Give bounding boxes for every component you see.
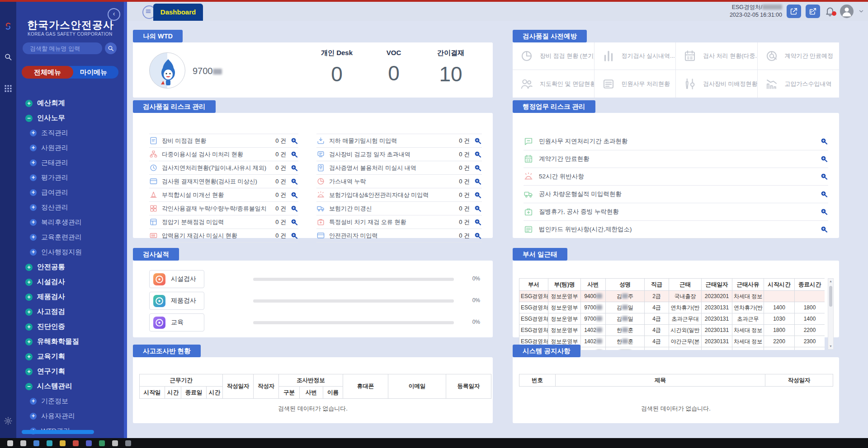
risk-row[interactable]: 검사증명서 불용처리 미실시 내역0 건 [316,161,482,175]
sidebar-item-시설검사[interactable]: +시설검사 [16,275,124,289]
open-multi-window-button[interactable] [806,5,820,18]
menu-search-button[interactable] [105,42,117,54]
table-row[interactable]: ESG경영처정보운영부9700김일4급연차휴가(반20230131연차휴가(반1… [519,302,825,313]
magnifier-button[interactable] [290,218,298,226]
risk-row[interactable]: 안전관리자 미입력0 건 [316,229,482,243]
sidebar-item-예산회계[interactable]: +예산회계 [16,96,124,111]
risk-row[interactable]: 지하 매몰기밀시험 미입력0 건 [316,134,482,148]
taskbar-app-icon[interactable] [112,440,118,446]
search-icon[interactable] [4,52,13,61]
prevention-cell-장비 점검 현황 (분기)[interactable]: 장비 점검 현황 (분기) [513,42,594,70]
sidebar-item-기준정보[interactable]: +기준정보 [16,394,124,409]
sidebar-item-진단인증[interactable]: +진단인증 [16,319,124,334]
scroll-up-arrow[interactable]: ▲ [828,279,833,284]
risk-row[interactable]: 정압기 분해점검 미입력0 건 [149,215,298,229]
sidebar-item-사고점검[interactable]: +사고점검 [16,304,124,319]
magnifier-button[interactable] [474,177,482,186]
sidebar-item-사용자관리[interactable]: +사용자관리 [16,409,124,424]
magnifier-button[interactable] [474,218,482,226]
risk-row[interactable]: 가스내역 누락0 건 [316,175,482,188]
magnifier-button[interactable] [820,155,828,163]
attendance-scrollbar[interactable]: ▲ ▼ [828,278,834,350]
magnifier-button[interactable] [290,191,298,199]
menu-search-input[interactable] [29,45,99,52]
magnifier-button[interactable] [290,150,298,159]
magnifier-button[interactable] [820,190,828,198]
magnifier-button[interactable] [290,137,298,145]
magnifier-button[interactable] [820,208,828,216]
sidebar-item-안전공통[interactable]: +안전공통 [16,260,124,275]
taskbar-app-icon[interactable] [33,440,39,446]
sidebar-item-유해화학물질[interactable]: +유해화학물질 [16,334,124,349]
sidebar-item-교육기획[interactable]: +교육기획 [16,349,124,364]
magnifier-button[interactable] [474,232,482,240]
taskbar-app-icon[interactable] [20,440,26,446]
taskbar-app-icon[interactable] [47,440,52,446]
risk-row[interactable]: 검사원 결재지연현황(검사표 미상신)0 건 [149,175,298,188]
magnifier-button[interactable] [290,205,298,213]
tab-my-menu[interactable]: 마이메뉴 [69,66,118,79]
tab-dashboard[interactable]: Dashboard [153,4,203,21]
taskbar-app-icon[interactable] [7,440,13,446]
risk-row[interactable]: 보험가입대상&안전관리자대상 미입력0 건 [316,188,482,202]
sidebar-item-정산관리[interactable]: +정산관리 [16,200,124,215]
magnifier-button[interactable] [290,164,298,172]
open-window-button[interactable] [787,5,801,18]
magnifier-button[interactable] [820,173,828,181]
risk-row[interactable]: 압력용기 재검사 미실시 현황0 건 [149,229,298,243]
admin-risk-row[interactable]: 법인카드 위반사항(시간,제한업소) [524,221,828,238]
magnifier-button[interactable] [290,177,298,186]
prevention-cell-검사장비 미배정현황[interactable]: 검사장비 미배정현황 [676,70,758,98]
admin-risk-row[interactable]: 민원사무 지연처리기간 초과현황 [524,133,828,150]
table-row[interactable]: ESG경영처정보운영부1402한훈4급시간외(일반20230131차세대 정보1… [519,325,825,336]
risk-row[interactable]: 검사장비 검교정 일자 초과내역0 건 [316,148,482,161]
sidebar-item-복리후생관리[interactable]: +복리후생관리 [16,215,124,230]
tab-all-menu[interactable]: 전체메뉴 [22,66,73,79]
prevention-cell-고압가스수입내역[interactable]: 고압가스수입내역 [758,70,840,98]
risk-row[interactable]: 검사지연처리현황(7일이내,사유시 제외)0 건 [149,161,298,175]
prevention-cell-계약기간 만료예정[interactable]: 계약기간 만료예정 [758,42,840,70]
magnifier-button[interactable] [820,137,828,145]
scrollbar-thumb[interactable] [829,286,832,307]
taskbar-app-icon[interactable] [86,440,92,446]
risk-row[interactable]: 부적합시설 미개선 현황0 건 [149,188,298,202]
risk-row[interactable]: 장비 미점검 현황0 건 [149,134,298,148]
taskbar-app-icon[interactable] [73,440,79,446]
magnifier-button[interactable] [474,150,482,159]
magnifier-button[interactable] [474,205,482,213]
risk-row[interactable]: 보험기간 미갱신0 건 [316,202,482,215]
gear-icon[interactable] [4,416,13,425]
admin-risk-row[interactable]: 계약기간 만료현황 [524,150,828,168]
taskbar-app-icon[interactable] [125,440,131,446]
sidebar-item-평가관리[interactable]: +평가관리 [16,170,124,185]
taskbar-app-icon[interactable] [99,440,105,446]
sidebar-item-교육훈련관리[interactable]: +교육훈련관리 [16,230,124,245]
risk-row[interactable]: 특정설비 차기 재검 오류 현황0 건 [316,215,482,229]
sidebar-item-인사노무[interactable]: −인사노무 [16,111,124,126]
sidebar-item-연구기획[interactable]: +연구기획 [16,364,124,379]
risk-row[interactable]: 각인사용결재 누락/수량누락/종류불일치0 건 [149,202,298,215]
sidebar-scrollbar[interactable] [22,430,94,434]
sidebar-item-제품검사[interactable]: +제품검사 [16,289,124,304]
table-row[interactable]: ESG경영처정보운영부9700김일4급초과근무대20230131초과근무1030… [519,313,825,325]
magnifier-button[interactable] [290,232,298,240]
prevention-cell-검사 처리 현황(다중...[interactable]: 검사 처리 현황(다중... [676,42,758,70]
sidebar-item-조직관리[interactable]: +조직관리 [16,126,124,140]
sidebar-item-인사행정지원[interactable]: +인사행정지원 [16,245,124,260]
prevention-cell-정기검사 실시내역...[interactable]: 정기검사 실시내역... [594,42,676,70]
risk-row[interactable]: 다중이용시설 검사 미처리 현황0 건 [149,148,298,161]
admin-risk-row[interactable]: 공사 차량운행실적 미입력현황 [524,186,828,203]
performance-button-제품검사[interactable]: 제품검사 [149,292,204,310]
magnifier-button[interactable] [474,164,482,172]
user-avatar[interactable] [840,5,854,18]
chevron-down-icon[interactable] [858,8,864,14]
sidebar-item-시스템관리[interactable]: −시스템관리 [16,379,124,394]
magnifier-button[interactable] [474,137,482,145]
sidebar-item-근태관리[interactable]: +근태관리 [16,155,124,170]
taskbar-app-icon[interactable] [60,440,66,446]
table-row[interactable]: ESG경영처정보운영부9400김주2급국내출장20230201차세대 정보 [519,291,825,302]
admin-risk-row[interactable]: 52시간 위반사항 [524,168,828,186]
prevention-cell-지도확인 및 면담현황[interactable]: 지도확인 및 면담현황 [513,70,594,98]
performance-button-시설검사[interactable]: 시설검사 [149,270,204,288]
admin-risk-row[interactable]: 질병휴가, 공사 증빙 누락현황 [524,203,828,221]
